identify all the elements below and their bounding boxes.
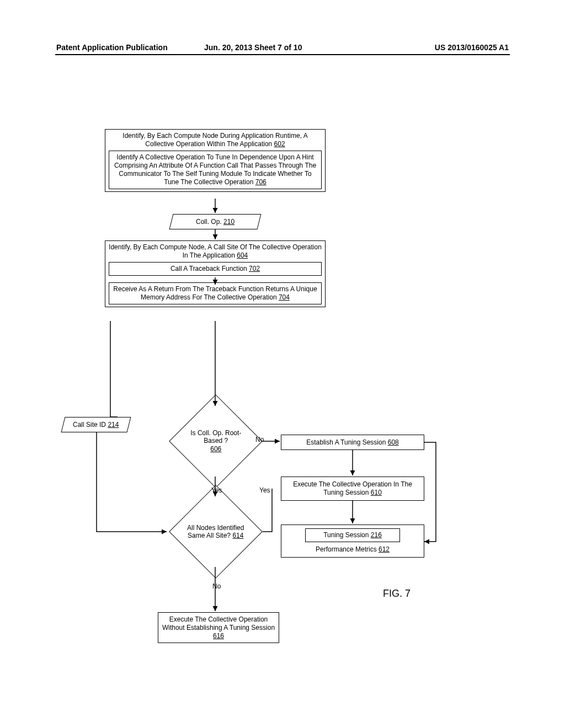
label-no-606: No <box>255 436 264 443</box>
process-612: Tuning Session 216 Performance Metrics 6… <box>281 524 424 558</box>
header-left: Patent Application Publication <box>56 43 168 52</box>
label-no-614: No <box>212 582 221 590</box>
process-604: Identify, By Each Compute Node, A Call S… <box>105 240 326 307</box>
flow-arrows <box>0 0 565 728</box>
label-yes-606: Yes <box>211 486 222 494</box>
process-702: Call A Traceback Function 702 <box>109 262 322 276</box>
process-612-label: Performance Metrics 612 <box>316 545 390 554</box>
figure-label: FIG. 7 <box>383 588 411 599</box>
process-216: Tuning Session 216 <box>305 528 400 542</box>
header-rule <box>55 54 510 55</box>
process-602: Identify, By Each Compute Node During Ap… <box>105 129 326 192</box>
process-608: Establish A Tuning Session 608 <box>281 435 424 450</box>
header-center: Jun. 20, 2013 Sheet 7 of 10 <box>204 43 302 52</box>
decision-614: All Nodes Identified Same All Site? 614 <box>169 485 263 579</box>
label-yes-614: Yes <box>259 486 270 494</box>
process-706: Identify A Collective Operation To Tune … <box>109 151 322 189</box>
page: Patent Application Publication Jun. 20, … <box>0 0 565 728</box>
process-604-title: Identify, By Each Compute Node, A Call S… <box>109 243 322 260</box>
process-602-title: Identify, By Each Compute Node During Ap… <box>109 132 322 148</box>
data-214: Call Site ID 214 <box>61 417 131 432</box>
decision-606: Is Coll. Op. Root-Based ?606 <box>169 394 263 488</box>
process-610: Execute The Collective Operation In The … <box>281 477 424 501</box>
process-616: Execute The Collective Operation Without… <box>158 612 279 643</box>
process-704: Receive As A Return From The Traceback F… <box>109 282 322 304</box>
header-right: US 2013/0160025 A1 <box>435 43 509 52</box>
data-210: Coll. Op. 210 <box>169 214 262 229</box>
